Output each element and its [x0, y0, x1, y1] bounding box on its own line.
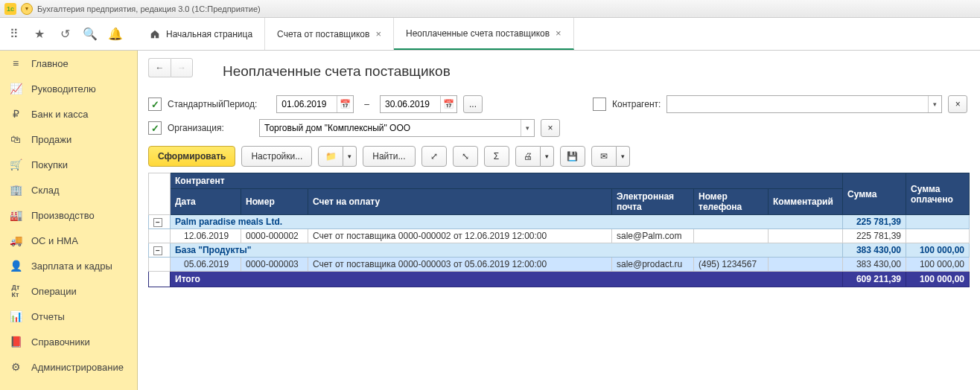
folder-button[interactable]: 📁 [318, 146, 343, 167]
tab-unpaid-label: Неоплаченные счета поставщиков [406, 28, 550, 39]
history-icon[interactable]: ↺ [58, 28, 71, 41]
home-icon [150, 29, 160, 39]
sidebar-item-warehouse[interactable]: 🏢Склад [0, 177, 137, 202]
generate-button[interactable]: Сформировать [148, 146, 235, 167]
sidebar-item-assets[interactable]: 🚚ОС и НМА [0, 228, 137, 253]
table-group-row[interactable]: − База "Продукты" 383 430,00 100 000,00 [149, 243, 970, 258]
chevron-down-icon: ▾ [348, 153, 351, 160]
nav-forward-button[interactable]: → [171, 58, 193, 77]
sidebar-item-reports[interactable]: 📊Отчеты [0, 304, 137, 329]
group1-sum: 225 781,39 [843, 215, 906, 229]
sidebar-item-hr[interactable]: 👤Зарплата и кадры [0, 253, 137, 278]
col-number[interactable]: Номер [241, 189, 308, 215]
col-phone[interactable]: Номер телефона [694, 189, 769, 215]
sidebar: ≡Главное 📈Руководителю ₽Банк и касса 🛍Пр… [0, 51, 138, 390]
date-to-input[interactable]: 📅 [380, 95, 457, 113]
bag-icon: 🛍 [9, 132, 22, 146]
col-comment[interactable]: Комментарий [769, 189, 843, 215]
dtkt-icon: ДтКт [9, 284, 22, 298]
report-table: Контрагент Сумма Сумма оплачено Дата Ном… [148, 173, 970, 287]
period-more-button[interactable]: ... [463, 95, 483, 113]
titlebar: 1c ▾ Бухгалтерия предприятия, редакция 3… [0, 0, 980, 18]
org-select[interactable]: ▾ [259, 119, 535, 137]
col-sum[interactable]: Сумма [843, 173, 906, 215]
content: ← → Неоплаченные счета поставщиков Станд… [138, 51, 980, 390]
period-checkbox[interactable] [148, 98, 162, 111]
date-from-field[interactable] [277, 96, 337, 112]
sidebar-item-manager[interactable]: 📈Руководителю [0, 76, 137, 101]
apps-icon[interactable]: ⠿ [7, 28, 21, 41]
table-group-row[interactable]: − Palm paradise meals Ltd. 225 781,39 [149, 215, 970, 229]
table-total-row: Итого 609 211,39 100 000,00 [149, 272, 970, 287]
counterparty-field[interactable] [667, 99, 928, 109]
titlebar-dropdown[interactable]: ▾ [21, 3, 33, 15]
group-expander[interactable]: − [153, 246, 162, 255]
period-label: СтандартныйПериод: [168, 99, 257, 109]
bell-icon[interactable]: 🔔 [109, 28, 122, 41]
group1-name: Palm paradise meals Ltd. [171, 215, 843, 229]
date-to-field[interactable] [381, 96, 440, 112]
col-paid[interactable]: Сумма оплачено [906, 173, 970, 215]
folder-dropdown[interactable]: ▾ [343, 146, 357, 167]
sidebar-item-operations[interactable]: ДтКтОперации [0, 278, 137, 304]
person-icon: 👤 [9, 259, 22, 272]
group-expander[interactable]: − [153, 218, 162, 227]
sidebar-item-purchases[interactable]: 🛒Покупки [0, 152, 137, 177]
table-row[interactable]: 12.06.2019 0000-000002 Счет от поставщик… [149, 229, 970, 243]
page-title: Неоплаченные счета поставщиков [223, 63, 451, 80]
org-field[interactable] [260, 123, 521, 133]
counterparty-select[interactable]: ▾ [666, 95, 942, 113]
sigma-icon: Σ [494, 151, 499, 162]
group2-name: База "Продукты" [171, 243, 843, 258]
search-icon[interactable]: 🔍 [83, 28, 97, 41]
org-clear-button[interactable]: × [541, 119, 560, 137]
tree-column [149, 173, 171, 215]
folder-icon: 📁 [325, 151, 337, 162]
close-icon[interactable]: × [375, 28, 381, 39]
tab-unpaid[interactable]: Неоплаченные счета поставщиков × [394, 18, 574, 50]
org-label: Организация: [168, 123, 253, 133]
counterparty-clear-button[interactable]: × [948, 95, 967, 113]
sidebar-item-bank[interactable]: ₽Банк и касса [0, 101, 137, 127]
email-button[interactable]: ✉ [591, 146, 617, 167]
email-dropdown[interactable]: ▾ [617, 146, 630, 167]
date-from-input[interactable]: 📅 [276, 95, 354, 113]
tab-home[interactable]: Начальная страница [138, 18, 265, 50]
email-icon: ✉ [600, 151, 608, 162]
save-icon: 💾 [567, 151, 578, 162]
col-date[interactable]: Дата [171, 189, 241, 215]
expand-button[interactable]: ⤢ [421, 146, 447, 167]
expand-icon: ⤢ [430, 151, 438, 162]
col-counterparty[interactable]: Контрагент [171, 173, 843, 189]
print-dropdown[interactable]: ▾ [541, 146, 554, 167]
print-button[interactable]: 🖨 [515, 146, 541, 167]
sum-button[interactable]: Σ [484, 146, 509, 167]
calendar-icon[interactable]: 📅 [337, 96, 353, 112]
sidebar-item-admin[interactable]: ⚙Администрирование [0, 354, 137, 380]
save-button[interactable]: 💾 [560, 146, 585, 167]
cart-icon: 🛒 [9, 158, 22, 171]
sidebar-item-refs[interactable]: 📕Справочники [0, 329, 137, 354]
col-email[interactable]: Электронная почта [612, 189, 694, 215]
sidebar-item-sales[interactable]: 🛍Продажи [0, 127, 137, 152]
group2-paid: 100 000,00 [906, 243, 970, 258]
chevron-down-icon[interactable]: ▾ [521, 120, 534, 136]
org-checkbox[interactable] [148, 121, 162, 135]
book-icon: 📕 [9, 335, 22, 348]
sidebar-item-main[interactable]: ≡Главное [0, 51, 137, 76]
close-icon[interactable]: × [556, 28, 561, 39]
settings-button[interactable]: Настройки... [241, 146, 312, 167]
counterparty-checkbox[interactable] [593, 98, 606, 111]
find-button[interactable]: Найти... [363, 146, 415, 167]
tab-invoices[interactable]: Счета от поставщиков × [265, 18, 394, 50]
sidebar-item-production[interactable]: 🏭Производство [0, 202, 137, 228]
table-row[interactable]: 05.06.2019 0000-000003 Счет от поставщик… [149, 258, 970, 272]
col-invoice[interactable]: Счет на оплату [308, 189, 612, 215]
chart-icon: 📈 [9, 82, 22, 95]
star-icon[interactable]: ★ [33, 28, 46, 41]
calendar-icon[interactable]: 📅 [440, 96, 456, 112]
chevron-down-icon[interactable]: ▾ [928, 96, 941, 112]
tab-home-label: Начальная страница [166, 29, 252, 39]
nav-back-button[interactable]: ← [148, 58, 171, 77]
collapse-button[interactable]: ⤡ [453, 146, 478, 167]
